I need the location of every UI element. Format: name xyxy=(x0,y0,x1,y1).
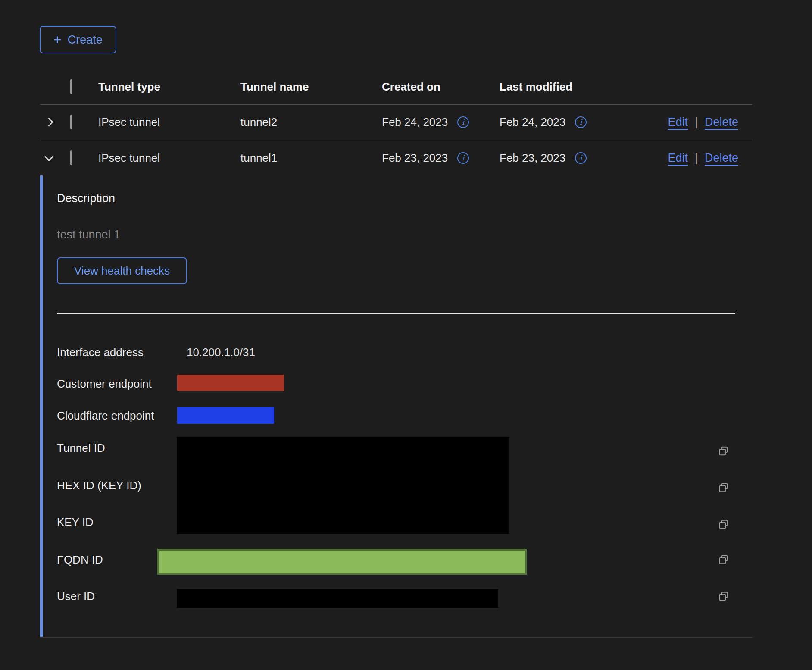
tunnel-name-cell: tunnel1 xyxy=(240,151,382,165)
cloudflare-endpoint-redacted-value xyxy=(177,407,274,424)
table-row: IPsec tunnel tunnel1 Feb 23, 2023 i Feb … xyxy=(40,140,752,175)
expanded-tunnel-panel: Description test tunnel 1 View health ch… xyxy=(40,175,752,638)
info-icon[interactable]: i xyxy=(575,152,587,164)
user-id-label: User ID xyxy=(57,590,95,603)
chevron-down-icon[interactable] xyxy=(44,152,53,161)
info-icon[interactable]: i xyxy=(457,116,469,128)
copy-icon[interactable] xyxy=(718,482,730,494)
last-modified-cell: Feb 23, 2023 xyxy=(500,151,565,165)
interface-address-label: Interface address xyxy=(57,346,144,359)
last-modified-cell: Feb 24, 2023 xyxy=(500,116,565,129)
edit-link[interactable]: Edit xyxy=(668,151,688,165)
tunnels-table: Tunnel type Tunnel name Created on Last … xyxy=(40,69,752,175)
create-button[interactable]: + Create xyxy=(40,26,116,53)
header-tunnel-type: Tunnel type xyxy=(98,80,240,94)
created-on-cell: Feb 24, 2023 xyxy=(382,116,448,129)
chevron-right-icon[interactable] xyxy=(44,118,53,127)
header-created-on: Created on xyxy=(382,80,500,94)
copy-icon[interactable] xyxy=(718,554,730,566)
table-header-row: Tunnel type Tunnel name Created on Last … xyxy=(40,69,752,105)
tunnel-ids-redacted-value xyxy=(177,437,509,534)
tunnel-type-cell: IPsec tunnel xyxy=(98,151,240,165)
table-row: IPsec tunnel tunnel2 Feb 24, 2023 i Feb … xyxy=(40,105,752,140)
plus-icon: + xyxy=(53,33,62,47)
header-tunnel-name: Tunnel name xyxy=(240,80,382,94)
row-checkbox[interactable] xyxy=(70,150,72,165)
cloudflare-endpoint-label: Cloudflare endpoint xyxy=(57,409,154,423)
tunnel-type-cell: IPsec tunnel xyxy=(98,116,240,129)
hex-id-label: HEX ID (KEY ID) xyxy=(57,479,141,492)
info-icon[interactable]: i xyxy=(575,116,587,128)
edit-link[interactable]: Edit xyxy=(668,116,688,129)
tunnel-name-cell: tunnel2 xyxy=(240,116,382,129)
action-separator: | xyxy=(695,151,698,165)
key-id-label: KEY ID xyxy=(57,516,94,529)
interface-address-value: 10.200.1.0/31 xyxy=(187,346,255,359)
description-value: test tunnel 1 xyxy=(57,228,120,241)
fqdn-id-label: FQDN ID xyxy=(57,553,103,567)
row-checkbox[interactable] xyxy=(70,115,72,129)
expanded-indicator-bar xyxy=(40,175,43,637)
created-on-cell: Feb 23, 2023 xyxy=(382,151,448,165)
customer-endpoint-redacted-value xyxy=(177,375,284,391)
tunnel-id-label: Tunnel ID xyxy=(57,441,105,455)
user-id-redacted-value xyxy=(177,589,498,608)
info-icon[interactable]: i xyxy=(457,152,469,164)
customer-endpoint-label: Customer endpoint xyxy=(57,377,152,391)
header-last-modified: Last modified xyxy=(500,80,617,94)
description-label: Description xyxy=(57,192,115,205)
select-all-checkbox[interactable] xyxy=(70,79,72,94)
copy-icon[interactable] xyxy=(718,590,730,602)
section-divider xyxy=(57,313,735,314)
action-separator: | xyxy=(695,116,698,129)
create-button-label: Create xyxy=(68,33,103,47)
panel-bottom-border xyxy=(40,637,752,638)
delete-link[interactable]: Delete xyxy=(705,116,738,129)
copy-icon[interactable] xyxy=(718,518,730,530)
fqdn-id-redacted-value xyxy=(157,549,527,575)
view-health-checks-button[interactable]: View health checks xyxy=(57,257,187,284)
copy-icon[interactable] xyxy=(718,445,730,457)
delete-link[interactable]: Delete xyxy=(705,151,738,165)
